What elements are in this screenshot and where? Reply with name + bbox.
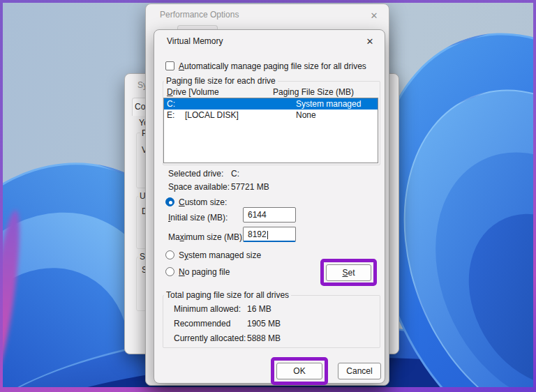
currently-allocated-label: Currently allocated: bbox=[174, 333, 246, 343]
size-cell: None bbox=[296, 110, 316, 121]
close-icon[interactable]: ✕ bbox=[364, 36, 376, 48]
close-icon[interactable]: ✕ bbox=[368, 10, 380, 22]
maximum-size-label: Maximum size (MB): bbox=[168, 232, 244, 242]
total-group-label: Total paging file size for all drives bbox=[164, 290, 291, 300]
screenshot-frame: Syster ✕ Comp Yo Pe V Us D St S Performa… bbox=[0, 0, 536, 392]
auto-manage-checkbox[interactable] bbox=[165, 61, 174, 70]
system-managed-label: System managed size bbox=[179, 250, 261, 260]
drive-row-e[interactable]: E: [LOCAL DISK] None bbox=[164, 110, 378, 121]
virtual-memory-dialog: Virtual Memory ✕ Automatically manage pa… bbox=[154, 29, 385, 384]
text-caret bbox=[267, 231, 268, 239]
selected-drive-value: C: bbox=[231, 169, 239, 179]
initial-size-label: Initial size (MB): bbox=[168, 213, 228, 223]
recommended-label: Recommended bbox=[174, 319, 230, 329]
drive-cell: C: bbox=[167, 98, 175, 110]
recommended-value: 1905 MB bbox=[247, 319, 281, 329]
system-managed-radio[interactable] bbox=[165, 250, 174, 259]
minimum-allowed-label: Minimum allowed: bbox=[174, 304, 241, 314]
set-button[interactable]: Set bbox=[326, 264, 371, 281]
volume-cell: [LOCAL DISK] bbox=[185, 110, 239, 121]
initial-size-input[interactable]: 6144 bbox=[243, 207, 296, 223]
cancel-button[interactable]: Cancel bbox=[338, 363, 381, 379]
drive-row-c[interactable]: C: System managed bbox=[164, 98, 378, 110]
maximum-size-input[interactable]: 8192 bbox=[243, 227, 296, 242]
drive-list: C: System managed E: [LOCAL DISK] None bbox=[163, 98, 378, 163]
custom-size-radio[interactable] bbox=[165, 197, 174, 206]
dialog-title: Virtual Memory bbox=[167, 36, 223, 46]
auto-manage-label: Automatically manage paging file size fo… bbox=[179, 61, 366, 71]
custom-size-label: Custom size: bbox=[179, 197, 227, 207]
paging-file-group-label: Paging file size for each drive bbox=[164, 76, 278, 86]
space-available-label: Space available: bbox=[168, 182, 230, 192]
no-paging-label: No paging file bbox=[179, 267, 230, 277]
selected-drive-label: Selected drive: bbox=[168, 169, 223, 179]
window-title: Performance Options bbox=[160, 10, 239, 20]
column-header-size: Paging File Size (MB) bbox=[273, 87, 354, 97]
minimum-allowed-value: 16 MB bbox=[247, 304, 271, 314]
no-paging-radio[interactable] bbox=[165, 267, 174, 276]
column-header-drive: Drive [Volume bbox=[167, 87, 219, 97]
size-cell: System managed bbox=[296, 98, 361, 110]
currently-allocated-value: 5888 MB bbox=[247, 333, 281, 343]
ok-button[interactable]: OK bbox=[276, 363, 322, 379]
space-available-value: 57721 MB bbox=[231, 182, 269, 192]
drive-cell: E: bbox=[167, 110, 174, 121]
